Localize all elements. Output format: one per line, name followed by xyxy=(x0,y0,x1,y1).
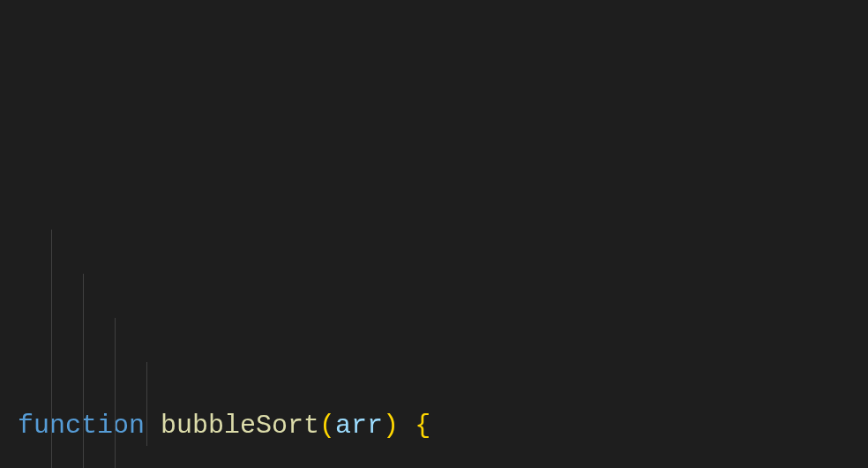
paren-close: ) xyxy=(383,411,399,441)
indent-guide xyxy=(146,362,147,446)
brace-open: { xyxy=(415,411,430,441)
function-name: bubbleSort xyxy=(161,411,319,441)
indent-guide xyxy=(51,230,52,468)
parameter: arr xyxy=(335,411,383,441)
code-editor: function bubbleSort(arr) { for (let i = … xyxy=(18,185,850,468)
indent-guide xyxy=(115,318,116,468)
code-line: function bubbleSort(arr) { xyxy=(18,404,850,449)
keyword-function: function xyxy=(18,411,145,441)
paren-open: ( xyxy=(319,411,335,441)
indent-guide xyxy=(83,274,84,468)
